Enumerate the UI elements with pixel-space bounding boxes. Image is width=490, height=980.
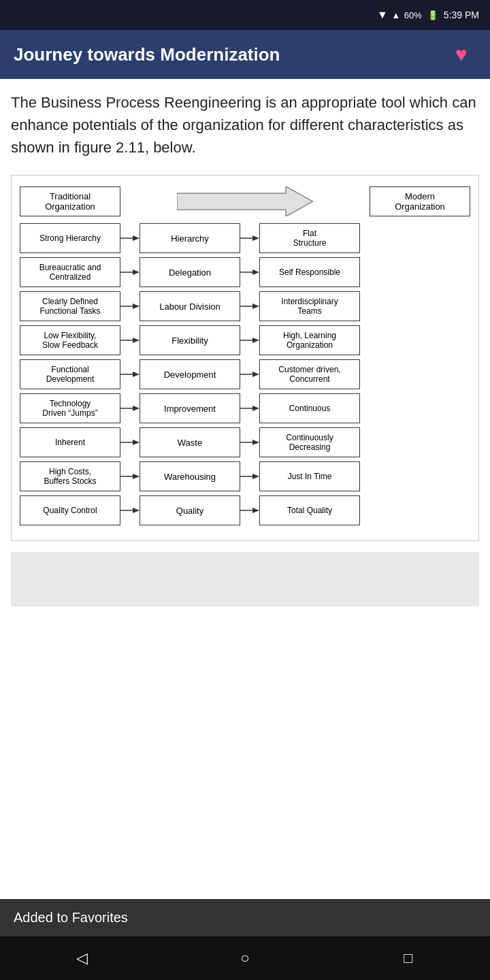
back-button[interactable]: ◁ [61,945,102,972]
left-cell: Inherent [20,427,120,457]
table-row: Bureaucratic and Centralized Delegation … [20,257,470,287]
left-cell: Quality Control [20,495,120,525]
svg-marker-24 [252,406,259,411]
signal-icon: ▼ [377,9,388,21]
svg-marker-28 [252,440,259,445]
right-cell: Customer driven, Concurrent [259,359,360,389]
svg-marker-8 [252,270,259,275]
arrow-connector [120,299,140,313]
mid-cell: Flexibility [140,325,240,355]
svg-marker-22 [133,406,140,411]
left-cell: Clearly Defined Functional Tasks [20,291,120,321]
table-row: Quality Control Quality Total Quality [20,495,470,525]
left-cell: Bureaucratic and Centralized [20,257,120,287]
table-row: Technology Driven “Jumps” Improvement Co… [20,393,470,423]
right-cell: Continuous [259,393,360,423]
right-cell: Flat Structure [259,223,360,253]
svg-marker-36 [252,508,259,513]
arrow-connector [120,470,140,483]
table-row: High Costs, Buffers Stocks Warehousing J… [20,461,470,491]
arrow-connector [120,231,140,245]
mid-cell: Improvement [140,393,240,423]
left-cell: Functional Development [20,359,120,389]
right-cell: Continuously Decreasing [259,427,360,457]
svg-marker-0 [177,186,313,216]
recent-button[interactable]: □ [388,945,429,972]
svg-marker-2 [133,235,140,241]
network-icon: ▴ [393,9,399,21]
svg-marker-4 [252,235,259,241]
arrow-connector-2 [240,231,259,245]
arrow-connector-2 [240,470,259,483]
arrow-connector-2 [240,333,259,347]
table-row: Clearly Defined Functional Tasks Labour … [20,291,470,321]
bpr-diagram: Traditional Organization Modern Organiza… [11,175,479,541]
main-content: The Business Process Reengineering is an… [0,79,490,899]
table-row: Inherent Waste Continuously Decreasing [20,427,470,457]
app-title: Journey towards Modernization [14,44,280,65]
toast-text: Added to Favorites [14,910,128,925]
arrow-connector-2 [240,436,259,449]
diagram-rows: Strong Hierarchy Hierarchy Flat Structur… [20,223,470,525]
app-bar: Journey towards Modernization ♥ [0,30,490,79]
arrow-connector-2 [240,265,259,279]
arrow-connector [120,504,140,517]
svg-marker-12 [252,304,259,309]
battery-icon: 🔋 [427,10,438,20]
arrow-connector [120,436,140,449]
right-cell: Just In Time [259,461,360,491]
mid-cell: Development [140,359,240,389]
modern-org-box: Modern Organization [370,186,470,216]
svg-marker-18 [133,372,140,377]
mid-cell: Warehousing [140,461,240,491]
svg-marker-26 [133,440,140,445]
svg-marker-34 [133,508,140,513]
svg-marker-20 [252,372,259,377]
spacer [11,552,479,606]
table-row: Functional Development Development Custo… [20,359,470,389]
right-cell: Self Responsible [259,257,360,287]
right-cell: Total Quality [259,495,360,525]
arrow-connector [120,402,140,415]
arrow-connector-2 [240,504,259,517]
mid-cell: Waste [140,427,240,457]
mid-cell: Quality [140,495,240,525]
svg-marker-10 [133,304,140,309]
svg-marker-32 [252,474,259,479]
left-cell: Low Flexibility, Slow Feedback [20,325,120,355]
arrow-connector-2 [240,299,259,313]
svg-marker-6 [133,270,140,275]
right-cell: Interdisciplinary Teams [259,291,360,321]
arrow-connector-2 [240,402,259,415]
time-label: 5:39 PM [444,10,479,20]
home-button[interactable]: ○ [225,945,265,972]
main-arrow [120,186,370,216]
status-bar: ▼ ▴ 60% 🔋 5:39 PM [0,0,490,30]
toast-bar: Added to Favorites [0,899,490,936]
mid-cell: Labour Division [140,291,240,321]
intro-paragraph: The Business Process Reengineering is an… [11,91,479,159]
left-cell: High Costs, Buffers Stocks [20,461,120,491]
traditional-org-box: Traditional Organization [20,186,120,216]
svg-marker-16 [252,338,259,343]
right-cell: High, Learning Organization [259,325,360,355]
table-row: Strong Hierarchy Hierarchy Flat Structur… [20,223,470,253]
arrow-connector [120,368,140,381]
table-row: Low Flexibility, Slow Feedback Flexibili… [20,325,470,355]
arrow-connector [120,265,140,279]
left-cell: Technology Driven “Jumps” [20,393,120,423]
battery-label: 60% [404,10,422,20]
arrow-connector [120,333,140,347]
arrow-connector-2 [240,368,259,381]
navigation-bar: ◁ ○ □ [0,936,490,980]
mid-cell: Hierarchy [140,223,240,253]
svg-marker-14 [133,338,140,343]
svg-marker-30 [133,474,140,479]
mid-cell: Delegation [140,257,240,287]
favorite-button[interactable]: ♥ [446,39,476,69]
left-cell: Strong Hierarchy [20,223,120,253]
diagram-header-row: Traditional Organization Modern Organiza… [20,186,470,216]
